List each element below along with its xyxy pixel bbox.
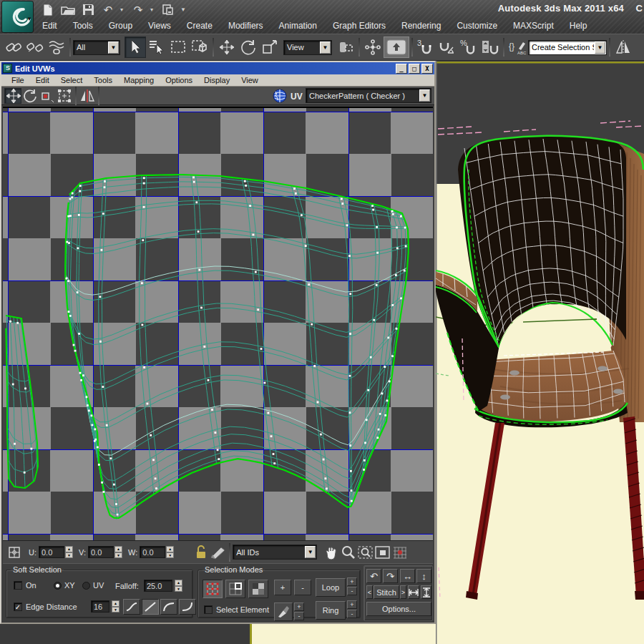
falloff-curve-slow-button[interactable] (179, 599, 196, 615)
uvw-menu-edit[interactable]: Edit (30, 75, 55, 85)
select-and-link-icon[interactable] (3, 36, 24, 58)
falloff-spinner[interactable]: ▲▼ (175, 580, 182, 592)
redo-button[interactable]: ↷ (130, 3, 146, 17)
xy-radio[interactable]: XY (54, 581, 75, 590)
main-menu-rendering[interactable]: Rendering (394, 19, 449, 34)
edit-named-selection-sets-button[interactable]: {}ABC (507, 36, 528, 58)
select-and-manipulate-button[interactable] (362, 36, 384, 58)
u-spinner[interactable]: ▲▼ (65, 546, 73, 558)
u-coordinate-field[interactable]: 0.0 (39, 546, 64, 558)
edge-distance-field[interactable]: 16 (91, 600, 109, 613)
uvw-menu-view[interactable]: View (235, 75, 264, 85)
ring-grow-shrink[interactable]: +- (347, 600, 357, 618)
uvw-menu-select[interactable]: Select (55, 75, 89, 85)
dropdown-arrow-icon[interactable]: ▼ (305, 546, 316, 558)
align-horizontal-button[interactable]: ↔ (400, 569, 415, 583)
main-menu-graph-editors[interactable]: Graph Editors (325, 19, 394, 34)
main-menu-views[interactable]: Views (140, 19, 179, 34)
edit-uvws-titlebar[interactable]: Edit UVWs _ □ X (1, 62, 434, 74)
rotate-ccw-button[interactable]: ↶ (366, 569, 381, 583)
reference-coordinate-dropdown[interactable]: View▼ (283, 40, 332, 55)
select-by-name-button[interactable] (146, 36, 167, 58)
pan-button[interactable] (323, 544, 340, 561)
lock-selected-vertices-toggle[interactable] (192, 544, 210, 561)
falloff-curve-smooth-button[interactable] (123, 599, 140, 615)
mirror-button[interactable] (613, 36, 634, 58)
dropdown-arrow-icon[interactable]: ▼ (419, 89, 430, 102)
rotate-uv-button[interactable] (21, 88, 39, 104)
soft-selection-on-checkbox[interactable]: On (14, 581, 36, 590)
falloff-curve-linear-button[interactable] (142, 599, 159, 615)
dropdown-arrow-icon[interactable]: ▼ (595, 42, 605, 54)
uv-space-button[interactable]: UV (288, 88, 306, 104)
main-menu-group[interactable]: Group (101, 19, 140, 34)
v-spinner[interactable]: ▲▼ (114, 546, 122, 558)
falloff-curve-fast-button[interactable] (160, 599, 177, 615)
absolute-offset-toggle[interactable] (6, 544, 23, 561)
v-coordinate-field[interactable]: 0.0 (88, 546, 114, 558)
uvw-menu-options[interactable]: Options (160, 75, 198, 85)
material-id-dropdown[interactable]: All IDs▼ (233, 545, 317, 560)
edge-mode-button[interactable] (225, 580, 245, 598)
percent-snap-toggle[interactable]: % (458, 36, 479, 58)
rotate-cw-button[interactable]: ↷ (383, 569, 398, 583)
application-menu-button[interactable]: ▼ (1, 1, 34, 33)
texture-checker-dropdown[interactable]: CheckerPattern ( Checker )▼ (306, 88, 431, 103)
undo-dropdown-arrow[interactable]: ▾ (120, 6, 126, 13)
main-menu-edit[interactable]: Edit (34, 19, 65, 34)
loop-button[interactable]: Loop (316, 578, 346, 597)
edge-distance-spinner[interactable]: ▲▼ (112, 600, 119, 613)
face-mode-button[interactable] (248, 580, 268, 598)
zoom-region-button[interactable] (357, 544, 374, 561)
zoom-button[interactable] (340, 544, 357, 561)
angle-snap-toggle[interactable] (436, 36, 458, 58)
keyboard-shortcut-override-toggle[interactable] (384, 36, 409, 58)
main-menu-customize[interactable]: Customize (449, 19, 505, 34)
select-element-checkbox[interactable]: Select Element (204, 605, 269, 614)
main-menu-animation[interactable]: Animation (271, 19, 325, 34)
vertex-mode-button[interactable] (203, 580, 223, 598)
align-vertical-button[interactable]: ↕ (416, 569, 431, 583)
named-selection-set-dropdown[interactable]: Create Selection Se▼ (528, 40, 607, 55)
options-button[interactable]: Options... (366, 602, 431, 616)
main-menu-create[interactable]: Create (179, 19, 220, 34)
close-button[interactable]: X (421, 64, 433, 74)
filter-selected-faces-toggle[interactable] (210, 544, 227, 561)
zoom-to-gizmo-button[interactable] (391, 544, 409, 561)
zoom-extents-button[interactable] (374, 544, 391, 561)
stitch-next-button[interactable]: > (400, 585, 406, 599)
select-and-rotate-button[interactable] (238, 36, 259, 58)
paint-grow-shrink[interactable]: +- (294, 602, 304, 620)
freeform-mode-button[interactable] (56, 88, 73, 104)
save-button[interactable] (80, 3, 96, 17)
loop-grow-shrink[interactable]: +- (347, 577, 357, 595)
uvw-menu-file[interactable]: File (6, 75, 30, 85)
scale-uv-button[interactable] (39, 88, 56, 104)
paint-select-button[interactable] (274, 602, 293, 621)
spinner-snap-toggle[interactable] (479, 36, 501, 58)
rectangular-selection-region-button[interactable] (167, 36, 189, 58)
scene-manager-button[interactable] (160, 3, 176, 17)
main-menu-help[interactable]: Help (562, 19, 595, 34)
uv-radio[interactable]: UV (82, 581, 104, 590)
move-uv-button[interactable] (4, 88, 21, 104)
uvw-menu-mapping[interactable]: Mapping (118, 75, 160, 85)
maximize-button[interactable]: □ (409, 64, 420, 74)
toolbar-overflow-arrow[interactable]: ▼ (180, 6, 186, 13)
new-file-button[interactable] (40, 3, 56, 17)
perspective-viewport[interactable] (436, 61, 644, 644)
main-menu-modifiers[interactable]: Modifiers (220, 19, 271, 34)
grow-selection-button[interactable]: + (274, 580, 291, 595)
undo-button[interactable]: ↶ (100, 3, 116, 17)
align-to-edge-h-button[interactable] (408, 585, 419, 599)
uvw-menu-display[interactable]: Display (198, 75, 235, 85)
main-menu-maxscript[interactable]: MAXScript (505, 19, 562, 34)
dropdown-arrow-icon[interactable]: ▼ (108, 42, 119, 54)
select-and-scale-button[interactable] (259, 36, 280, 58)
uv-editor-canvas[interactable] (3, 107, 433, 540)
stitch-prev-button[interactable]: < (366, 585, 373, 599)
unlink-selection-icon[interactable] (24, 36, 46, 58)
snaps-toggle-3d[interactable]: 3 (415, 36, 436, 58)
ring-button[interactable]: Ring (316, 601, 346, 620)
falloff-field[interactable]: 25.0 (144, 580, 172, 592)
